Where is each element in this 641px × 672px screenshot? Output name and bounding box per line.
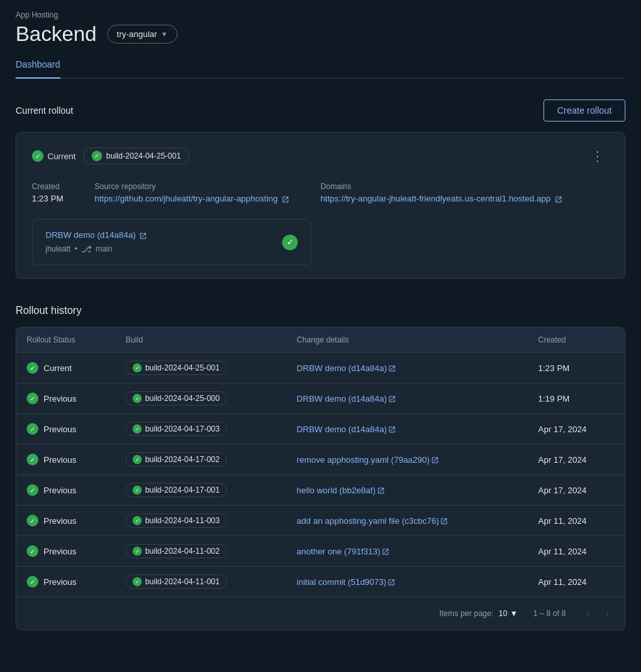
row-created-cell: 1:23 PM (528, 353, 625, 383)
row-change-cell: DRBW demo (d14a84a) (286, 414, 527, 445)
commit-title-link[interactable]: DRBW demo (d14a84a) (46, 230, 147, 240)
row-status-label: Previous (44, 516, 77, 526)
tabs-bar: Dashboard (16, 51, 625, 79)
source-repo-display: https://github.com/jhuleatt/try-angular-… (94, 194, 278, 203)
row-created-cell: Apr 11, 2024 (528, 567, 625, 597)
created-group: Created 1:23 PM (32, 182, 63, 203)
row-status-label: Previous (44, 547, 77, 556)
domains-group: Domains https://try-angular-jhuleatt-fri… (320, 182, 562, 203)
row-build-cell: ✓ build-2024-04-25-001 (115, 353, 286, 383)
row-build-cell: ✓ build-2024-04-11-003 (115, 506, 286, 536)
tab-dashboard[interactable]: Dashboard (16, 51, 60, 79)
commit-meta: jhuleatt • ⎇ main (46, 244, 147, 254)
commit-external-link-icon (139, 232, 147, 240)
table-row: ✓ Previous ✓ build-2024-04-11-003 add an… (16, 506, 625, 536)
more-options-button[interactable]: ⋮ (586, 146, 609, 166)
table-build-badge: ✓ build-2024-04-17-003 (125, 422, 227, 436)
row-status-label: Previous (44, 577, 77, 587)
table-row: ✓ Previous ✓ build-2024-04-11-002 anothe… (16, 536, 625, 567)
change-link[interactable]: another one (791f313) (296, 547, 389, 556)
change-link[interactable]: add an apphosting.yaml file (c3cbc76) (296, 516, 448, 526)
row-status-cell: ✓ Previous (16, 445, 115, 475)
table-build-badge: ✓ build-2024-04-11-002 (125, 544, 227, 558)
row-build-cell: ✓ build-2024-04-17-003 (115, 414, 286, 445)
prev-page-button[interactable]: ‹ (581, 605, 595, 622)
table-header-row: Rollout Status Build Change details Crea… (16, 328, 625, 353)
source-repo-label: Source repository (94, 182, 289, 191)
row-status-cell: ✓ Previous (16, 414, 115, 445)
create-rollout-button[interactable]: Create rollout (543, 99, 625, 122)
build-row-label: build-2024-04-11-002 (145, 547, 220, 556)
row-status-cell: ✓ Current (16, 353, 115, 383)
rollout-history-table: Rollout Status Build Change details Crea… (16, 328, 625, 597)
row-status: ✓ Current (27, 362, 105, 374)
table-row: ✓ Previous ✓ build-2024-04-17-001 hello … (16, 475, 625, 506)
table-footer: Items per page: 10 ▼ 1 – 8 of 8 ‹ › (16, 597, 625, 630)
row-check-icon: ✓ (27, 393, 38, 404)
domain-external-link-icon (555, 196, 562, 203)
source-repo-group: Source repository https://github.com/jhu… (94, 182, 289, 203)
row-status-label: Current (44, 363, 72, 373)
external-link-icon (281, 196, 289, 203)
change-link[interactable]: DRBW demo (d14a84a) (296, 394, 396, 404)
row-status: ✓ Previous (27, 393, 105, 404)
row-created-cell: Apr 17, 2024 (528, 475, 625, 506)
source-repo-link[interactable]: https://github.com/jhuleatt/try-angular-… (94, 194, 289, 203)
build-row-label: build-2024-04-25-000 (145, 394, 220, 403)
row-status-label: Previous (44, 455, 77, 465)
col-rollout-status: Rollout Status (16, 328, 115, 353)
rollout-history-title: Rollout history (16, 305, 625, 317)
row-ext-link-icon (388, 365, 396, 372)
change-link[interactable]: DRBW demo (d14a84a) (296, 363, 396, 373)
change-link[interactable]: remove apphosting.yaml (79aa290) (296, 455, 439, 465)
row-build-cell: ✓ build-2024-04-25-000 (115, 383, 286, 414)
row-status-cell: ✓ Previous (16, 506, 115, 536)
pagination-nav: ‹ › (581, 605, 614, 622)
row-change-cell: DRBW demo (d14a84a) (286, 353, 527, 383)
table-row: ✓ Previous ✓ build-2024-04-17-002 remove… (16, 445, 625, 475)
row-build-cell: ✓ build-2024-04-11-002 (115, 536, 286, 567)
table-row: ✓ Previous ✓ build-2024-04-11-001 initia… (16, 567, 625, 597)
row-status-label: Previous (44, 424, 77, 434)
build-row-label: build-2024-04-11-001 (145, 577, 220, 586)
build-row-label: build-2024-04-11-003 (145, 516, 220, 525)
row-build-cell: ✓ build-2024-04-17-001 (115, 475, 286, 506)
row-build-cell: ✓ build-2024-04-11-001 (115, 567, 286, 597)
created-value: 1:23 PM (32, 194, 63, 203)
row-ext-link-icon (431, 456, 439, 464)
build-row-label: build-2024-04-17-001 (145, 485, 220, 495)
change-link[interactable]: initial commit (51d9073) (296, 577, 395, 587)
per-page-select[interactable]: 10 ▼ (499, 609, 517, 618)
page-title: Backend (16, 22, 97, 46)
row-check-icon: ✓ (27, 576, 38, 588)
row-check-icon: ✓ (27, 515, 38, 526)
backend-dropdown[interactable]: try-angular ▼ (107, 25, 177, 44)
rollout-history-table-container: Rollout Status Build Change details Crea… (16, 327, 625, 630)
row-created-cell: Apr 11, 2024 (528, 506, 625, 536)
build-row-label: build-2024-04-17-002 (145, 455, 220, 464)
row-change-cell: add an apphosting.yaml file (c3cbc76) (286, 506, 527, 536)
pagination-range: 1 – 8 of 8 (533, 609, 566, 618)
change-link[interactable]: DRBW demo (d14a84a) (296, 424, 396, 434)
row-change-cell: another one (791f313) (286, 536, 527, 567)
row-change-cell: hello world (bb2e8af) (286, 475, 527, 506)
table-build-badge: ✓ build-2024-04-17-001 (125, 483, 227, 497)
next-page-button[interactable]: › (601, 605, 614, 622)
table-row: ✓ Current ✓ build-2024-04-25-001 DRBW de… (16, 353, 625, 383)
build-row-check-icon: ✓ (133, 424, 142, 433)
row-status: ✓ Previous (27, 484, 105, 496)
row-status-cell: ✓ Previous (16, 475, 115, 506)
commit-title-text: DRBW demo (d14a84a) (46, 230, 136, 240)
row-status-label: Previous (44, 394, 77, 404)
page-header: Backend try-angular ▼ (16, 22, 625, 46)
table-build-badge: ✓ build-2024-04-11-003 (125, 513, 227, 528)
build-row-check-icon: ✓ (133, 455, 142, 464)
table-build-badge: ✓ build-2024-04-11-001 (125, 575, 227, 589)
row-created-cell: 1:19 PM (528, 383, 625, 414)
change-link[interactable]: hello world (bb2e8af) (296, 485, 384, 495)
domain-link[interactable]: https://try-angular-jhuleatt-friendlyeat… (320, 194, 562, 203)
row-change-cell: remove apphosting.yaml (79aa290) (286, 445, 527, 475)
col-build: Build (115, 328, 286, 353)
build-row-check-icon: ✓ (133, 363, 142, 372)
row-check-icon: ✓ (27, 484, 38, 496)
